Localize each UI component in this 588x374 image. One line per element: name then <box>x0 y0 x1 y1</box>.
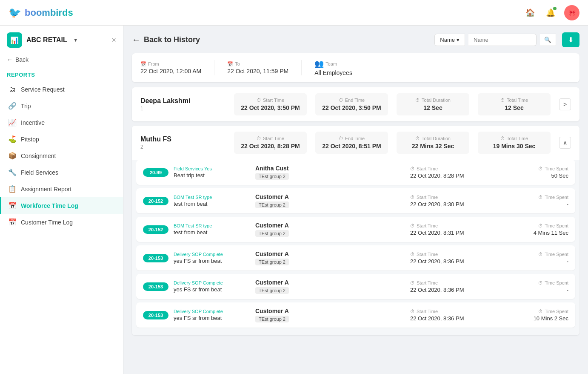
calendar-icon: 📅 <box>140 61 146 67</box>
emp-name-block-1: Muthu FS 2 <box>140 135 225 150</box>
assignment-row-1-2: 20-152 BOM Test SR type test from beat C… <box>136 217 575 242</box>
close-button[interactable]: × <box>111 36 116 45</box>
assign-name-1-3: yes FS sr from beat <box>174 258 250 264</box>
sidebar-label-consignment: Consignment <box>21 152 56 159</box>
spent-block-1-0: ⏱ Time Spent 50 Sec <box>500 166 568 179</box>
time-spent-label-1-1: ⏱ Time Spent <box>500 195 568 200</box>
start-time-label-a-1-2: ⏱ Start Time <box>410 223 495 228</box>
time-spent-label-1-4: ⏱ Time Spent <box>500 280 568 285</box>
employee-record-0: Deepa Lakshmi 1 ⏱ Start Time 22 Oct 2020… <box>132 87 579 121</box>
sidebar-icon-assignment-report: 📋 <box>8 185 17 193</box>
team-label: 👥 Team <box>314 59 352 69</box>
emp-end-time-0: ⏱ End Time 22 Oct 2020, 3:50 PM <box>315 93 388 115</box>
clock-icon-a-1-4: ⏱ <box>410 280 415 285</box>
assign-name-1-1: test from beat <box>174 201 250 207</box>
customer-name-1-0: Anitha Cust <box>255 165 405 172</box>
clock-icon-time-1: ⏱ <box>500 136 505 141</box>
filter-dropdown[interactable]: Name ▾ <box>434 34 465 46</box>
assign-type-1-1: BOM Test SR type <box>174 195 250 200</box>
clock-icon-end-1: ⏱ <box>339 136 343 141</box>
time-spent-value-1-5: 10 Mins 2 Sec <box>500 315 568 322</box>
clock-icon-dur-0: ⏱ <box>415 98 420 103</box>
spent-block-1-1: ⏱ Time Spent - <box>500 195 568 207</box>
search-button[interactable]: 🔍 <box>540 34 556 46</box>
assign-info-1-2: BOM Test SR type test from beat <box>174 223 250 236</box>
sidebar-item-consignment[interactable]: 📦 Consignment <box>0 147 123 164</box>
assignment-badge-1-2: 20-152 <box>143 225 168 234</box>
sidebar-item-trip[interactable]: 🔗 Trip <box>0 98 123 114</box>
expand-button-0[interactable]: > <box>559 98 571 110</box>
filter-bar: 📅 From 22 Oct 2020, 12:00 AM 📅 To 22 Oct… <box>132 53 579 82</box>
sidebar-icon-field-services: 🔧 <box>8 168 17 176</box>
customer-name-1-2: Customer A <box>255 222 405 229</box>
sidebar-label-field-services: Field Services <box>21 169 58 176</box>
assignment-badge-1-0: 20-99 <box>143 168 168 177</box>
emp-num-0: 1 <box>140 106 225 112</box>
dropdown-label: Name <box>440 37 455 43</box>
clock-icon-spent-1-5: ⏱ <box>538 309 543 314</box>
notification-icon[interactable]: 🔔 <box>544 6 557 20</box>
sidebar-icon-service-request: 🗂 <box>8 86 17 93</box>
home-icon[interactable]: 🏠 <box>523 6 537 20</box>
customer-block-1-5: Customer A TEst group 2 <box>255 308 405 322</box>
sidebar-item-assignment-report[interactable]: 📋 Assignment Report <box>0 181 123 197</box>
customer-name-1-3: Customer A <box>255 250 405 257</box>
sidebar-item-incentive[interactable]: 📈 Incentive <box>0 114 123 131</box>
emp-total-duration-1: ⏱ Total Duration 22 Mins 32 Sec <box>397 132 469 154</box>
avatar[interactable]: 🎀 <box>564 5 579 20</box>
sidebar-item-pitstop[interactable]: ⛳ Pitstop <box>0 131 123 147</box>
assignment-row-1-3: 20-153 Delivery SOP Complete yes FS sr f… <box>136 245 575 270</box>
sidebar-icon-trip: 🔗 <box>8 102 17 110</box>
search-input[interactable] <box>468 34 537 46</box>
clock-icon-a-1-1: ⏱ <box>410 195 415 200</box>
sidebar-item-service-request[interactable]: 🗂 Service Request <box>0 81 123 98</box>
assign-info-1-5: Delivery SOP Complete yes FS sr from bea… <box>174 309 250 321</box>
time-spent-label-1-3: ⏱ Time Spent <box>500 252 568 257</box>
start-time-label-a-1-4: ⏱ Start Time <box>410 280 495 285</box>
emp-total-time-0: ⏱ Total Time 12 Sec <box>478 93 551 115</box>
start-time-value-a-1-0: 22 Oct 2020, 8:28 PM <box>410 173 495 179</box>
sidebar-icon-workforce-time-log: 📅 <box>8 201 17 210</box>
sidebar-item-field-services[interactable]: 🔧 Field Services <box>0 164 123 181</box>
assign-name-1-0: Beat trip test <box>174 172 250 178</box>
assignment-row-1-0: 20-99 Field Services Yes Beat trip test … <box>136 160 575 185</box>
page-header: ← Back to History Name ▾ 🔍 ⬇ <box>132 32 579 47</box>
customer-name-1-1: Customer A <box>255 193 405 200</box>
sidebar-items: 🗂 Service Request 🔗 Trip 📈 Incentive ⛳ P… <box>0 81 123 230</box>
time-spent-value-1-4: - <box>500 287 568 293</box>
sidebar-item-workforce-time-log[interactable]: 📅 Workforce Time Log <box>0 197 123 214</box>
assign-type-1-2: BOM Test SR type <box>174 223 250 228</box>
assign-type-1-4: Delivery SOP Complete <box>174 280 250 285</box>
time-block-1-5: ⏱ Start Time 22 Oct 2020, 8:36 PM <box>410 309 495 322</box>
start-time-value-a-1-4: 22 Oct 2020, 8:36 PM <box>410 287 495 293</box>
expand-button-1[interactable]: ∧ <box>559 137 571 149</box>
sidebar-label-workforce-time-log: Workforce Time Log <box>21 202 78 209</box>
sidebar-icon-incentive: 📈 <box>8 118 17 127</box>
start-time-value-a-1-1: 22 Oct 2020, 8:30 PM <box>410 201 495 207</box>
clock-icon-dur-1: ⏱ <box>415 136 420 141</box>
spent-block-1-5: ⏱ Time Spent 10 Mins 2 Sec <box>500 309 568 322</box>
time-block-1-1: ⏱ Start Time 22 Oct 2020, 8:30 PM <box>410 195 495 207</box>
sidebar-label-customer-time-log: Customer Time Log <box>21 219 73 226</box>
emp-start-time-0: ⏱ Start Time 22 Oct 2020, 3:50 PM <box>234 93 307 115</box>
total-duration-value-1: 22 Mins 32 Sec <box>412 143 454 150</box>
sidebar-back-link[interactable]: ← Back <box>0 53 123 70</box>
clock-icon-spent-1-2: ⏱ <box>538 223 543 228</box>
dropdown-arrow-icon: ▾ <box>457 37 460 43</box>
start-time-value-a-1-2: 22 Oct 2020, 8:31 PM <box>410 230 495 236</box>
start-time-label-1: ⏱ Start Time <box>257 136 284 141</box>
time-spent-label-1-5: ⏱ Time Spent <box>500 309 568 314</box>
sidebar-item-customer-time-log[interactable]: 📅 Customer Time Log <box>0 214 123 230</box>
customer-group-1-1: TEst group 2 <box>255 201 289 208</box>
app-name: boombirds <box>25 7 73 18</box>
total-time-label-1: ⏱ Total Time <box>500 136 528 141</box>
back-to-history-button[interactable]: ← Back to History <box>132 35 200 45</box>
start-time-value-0: 22 Oct 2020, 3:50 PM <box>241 104 300 111</box>
org-dropdown-icon[interactable]: ▼ <box>73 37 78 43</box>
emp-name-0: Deepa Lakshmi <box>140 97 225 105</box>
download-button[interactable]: ⬇ <box>562 32 579 47</box>
clock-icon-spent-1-0: ⏱ <box>538 166 543 171</box>
sidebar-label-incentive: Incentive <box>21 119 45 126</box>
customer-block-1-4: Customer A TEst group 2 <box>255 279 405 294</box>
section-label: Reports <box>0 70 123 81</box>
